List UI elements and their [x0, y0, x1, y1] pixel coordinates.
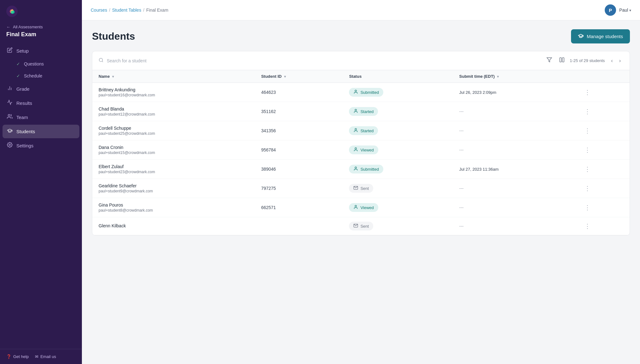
user-name[interactable]: Paul ▾	[619, 8, 631, 13]
table-row: Glenn Kilback Sent --- ⋮	[92, 217, 630, 235]
sidebar-item-label-results: Results	[16, 100, 32, 106]
cell-name-2: Cordell Schuppe paul+student25@crowdmark…	[92, 121, 255, 140]
cell-student-id-0: 464623	[255, 83, 343, 102]
sidebar-item-settings[interactable]: Settings	[3, 139, 79, 152]
cell-more-7: ⋮	[576, 217, 630, 235]
more-options-button-4[interactable]: ⋮	[582, 165, 592, 173]
back-to-all-assessments[interactable]: ← All Assessments	[0, 22, 82, 31]
more-options-button-7[interactable]: ⋮	[582, 222, 592, 230]
logo	[0, 0, 82, 22]
sidebar: ← All Assessments Final Exam Setup ✓ Que…	[0, 0, 82, 364]
more-options-button-2[interactable]: ⋮	[582, 126, 592, 135]
status-icon-3	[353, 147, 358, 153]
sidebar-item-grade[interactable]: Grade	[3, 82, 79, 96]
manage-students-button[interactable]: Manage students	[571, 29, 630, 43]
page-title: Students	[92, 31, 135, 42]
help-icon: ❓	[6, 354, 11, 359]
prev-page-button[interactable]: ‹	[609, 57, 615, 65]
sidebar-item-label-questions: Questions	[24, 61, 44, 66]
user-avatar: P	[605, 4, 616, 16]
svg-point-6	[99, 58, 103, 62]
cell-more-4: ⋮	[576, 160, 630, 179]
sidebar-item-team[interactable]: Team	[3, 111, 79, 124]
columns-button[interactable]	[558, 56, 566, 65]
table-header: Name ▾ Student ID ▾ Status Submit time (…	[92, 70, 630, 83]
cell-submit-time-2: ---	[453, 121, 576, 140]
students-icon	[7, 128, 13, 135]
topbar: Courses / Student Tables / Final Exam P …	[82, 0, 640, 20]
cell-submit-time-0: Jul 26, 2023 2:09pm	[453, 83, 576, 102]
settings-icon	[7, 142, 13, 149]
cell-status-0: Submitted	[343, 83, 453, 102]
toolbar-icons	[545, 56, 566, 65]
column-student-id: Student ID ▾	[255, 70, 343, 83]
search-icon	[99, 58, 104, 64]
more-options-button-6[interactable]: ⋮	[582, 203, 592, 212]
table-row: Elbert Zulauf paul+student23@crowdmark.c…	[92, 160, 630, 179]
cell-name-1: Chad Blanda paul+student12@crowdmark.com	[92, 102, 255, 121]
svg-point-11	[355, 90, 357, 92]
search-wrap	[99, 58, 541, 64]
table-row: Cordell Schuppe paul+student25@crowdmark…	[92, 121, 630, 140]
table-row: Brittney Ankunding paul+student16@crowdm…	[92, 83, 630, 102]
sidebar-item-students[interactable]: Students	[3, 125, 79, 138]
status-icon-5	[353, 185, 358, 191]
more-options-button-0[interactable]: ⋮	[582, 88, 592, 97]
svg-point-14	[355, 148, 357, 149]
check-icon-schedule: ✓	[16, 73, 20, 78]
email-us-link[interactable]: ✉ Email us	[35, 354, 56, 359]
sidebar-item-label-team: Team	[16, 115, 28, 120]
status-text-4: Submitted	[360, 167, 379, 172]
next-page-button[interactable]: ›	[617, 57, 623, 65]
cell-student-id-3: 956784	[255, 140, 343, 160]
breadcrumb-student-tables[interactable]: Student Tables	[112, 8, 141, 13]
breadcrumb-sep-2: /	[143, 8, 144, 13]
breadcrumb-courses[interactable]: Courses	[91, 8, 107, 13]
cell-more-1: ⋮	[576, 102, 630, 121]
table-toolbar: 1-25 of 29 students ‹ ›	[92, 51, 630, 70]
cell-more-2: ⋮	[576, 121, 630, 140]
status-text-7: Sent	[360, 224, 369, 229]
more-options-button-5[interactable]: ⋮	[582, 184, 592, 193]
svg-point-5	[9, 144, 11, 146]
status-text-2: Started	[360, 128, 374, 133]
cell-more-3: ⋮	[576, 140, 630, 160]
sidebar-footer: ❓ Get help ✉ Email us	[0, 349, 82, 364]
cell-submit-time-7: ---	[453, 217, 576, 235]
sidebar-item-questions[interactable]: ✓ Questions	[3, 58, 79, 70]
sidebar-item-results[interactable]: Results	[3, 96, 79, 110]
cell-student-id-6: 662571	[255, 198, 343, 217]
table-row: Dana Cronin paul+student15@crowdmark.com…	[92, 140, 630, 160]
topbar-right: P Paul ▾	[605, 4, 631, 16]
column-submit-time: Submit time (EDT) ▾	[453, 70, 576, 83]
sidebar-item-label-setup: Setup	[16, 48, 29, 54]
svg-rect-10	[563, 58, 564, 62]
get-help-link[interactable]: ❓ Get help	[6, 354, 29, 359]
cell-more-5: ⋮	[576, 179, 630, 198]
table-row: Chad Blanda paul+student12@crowdmark.com…	[92, 102, 630, 121]
search-input[interactable]	[107, 58, 541, 63]
content-area: Students Manage students	[82, 20, 640, 364]
table-row: Gina Pouros paul+student8@crowdmark.com …	[92, 198, 630, 217]
filter-button[interactable]	[545, 56, 553, 65]
email-us-label: Email us	[40, 354, 56, 359]
more-options-button-1[interactable]: ⋮	[582, 107, 592, 116]
cell-name-7: Glenn Kilback	[92, 217, 255, 235]
cell-status-7: Sent	[343, 217, 453, 235]
sidebar-item-schedule[interactable]: ✓ Schedule	[3, 70, 79, 82]
cell-more-0: ⋮	[576, 83, 630, 102]
status-text-3: Viewed	[360, 148, 374, 152]
sidebar-item-setup[interactable]: Setup	[3, 44, 79, 58]
svg-point-4	[8, 114, 10, 116]
page-header: Students Manage students	[92, 29, 630, 43]
column-actions	[576, 70, 630, 83]
check-icon-questions: ✓	[16, 61, 20, 66]
setup-icon	[7, 47, 13, 54]
status-icon-7	[353, 223, 358, 229]
more-options-button-3[interactable]: ⋮	[582, 145, 592, 154]
status-icon-6	[353, 205, 358, 210]
cell-student-id-4: 389046	[255, 160, 343, 179]
breadcrumb-sep-1: /	[109, 8, 110, 13]
status-text-0: Submitted	[360, 90, 379, 95]
pagination-info: 1-25 of 29 students	[570, 58, 605, 63]
